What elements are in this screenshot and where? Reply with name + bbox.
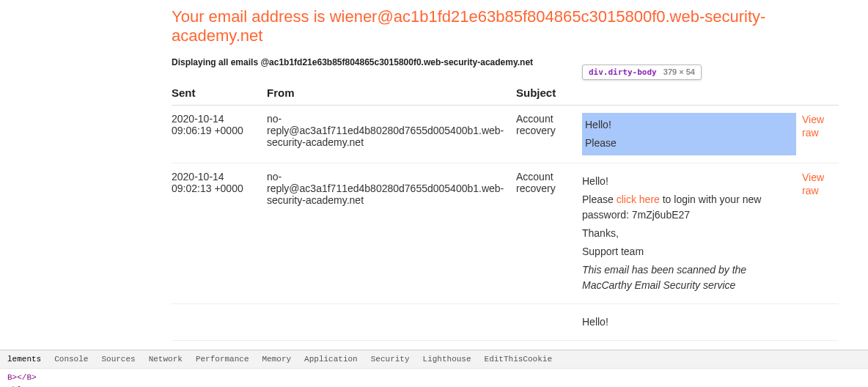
dirty-body: Hello! Please click here to login with y… <box>582 174 796 293</box>
tab-security[interactable]: Security <box>371 355 410 364</box>
cell-body: Hello! <box>582 304 802 341</box>
display-note: Displaying all emails @ac1b1fd21e63b85f8… <box>172 57 839 67</box>
dirty-body: Hello! <box>582 314 796 330</box>
cell-sent: 2020-10-14 09:06:19 +0000 <box>172 106 267 163</box>
col-from-header: From <box>267 81 516 106</box>
cell-body: Hello! Please click here to login with y… <box>582 163 802 304</box>
devtools-panel: lements Console Sources Network Performa… <box>0 350 868 387</box>
cell-sent <box>172 304 267 341</box>
col-body-header: div.dirty-body 379 × 54 <box>582 81 802 106</box>
body-line: Hello! <box>585 117 793 133</box>
body-line: Please click here to login with your new… <box>582 192 796 223</box>
view-raw-link[interactable]: View raw <box>802 113 833 139</box>
table-row: 2020-10-14 09:06:19 +0000 no-reply@ac3a1… <box>172 106 839 163</box>
cell-action <box>802 304 839 341</box>
tab-elements[interactable]: lements <box>7 355 41 364</box>
src-line: B></B> <box>7 372 861 384</box>
devtools-elements-tree[interactable]: B></B> able> <tbody> ▶<tr>…</tr> ▼<tr> <… <box>0 369 868 387</box>
tab-performance[interactable]: Performance <box>196 355 249 364</box>
tab-application[interactable]: Application <box>304 355 358 364</box>
title-prefix: Your email address is <box>172 7 330 26</box>
cell-action: View raw <box>802 106 839 163</box>
src-line: able> <box>7 384 861 388</box>
col-action-header <box>802 81 839 106</box>
devtools-tabs: lements Console Sources Network Performa… <box>0 350 868 369</box>
cell-subject: Account recovery <box>516 106 582 163</box>
col-subject-header: Subject <box>516 81 582 106</box>
scan-notice: This email has been scanned by the MacCa… <box>582 264 746 291</box>
inbox-table: Sent From Subject div.dirty-body 379 × 5… <box>172 81 839 341</box>
col-sent-header: Sent <box>172 81 267 106</box>
tab-console[interactable]: Console <box>54 355 88 364</box>
cell-action: View raw <box>802 163 839 304</box>
body-line: Support team <box>582 244 796 259</box>
cell-from: no-reply@ac3a1f711ed4b80280d7655d005400b… <box>267 163 516 304</box>
cell-subject: Account recovery <box>516 163 582 304</box>
click-here-link[interactable]: click here <box>617 194 660 205</box>
tab-memory[interactable]: Memory <box>262 355 292 364</box>
tab-sources[interactable]: Sources <box>101 355 135 364</box>
email-client-page: Your email address is wiener@ac1b1fd21e6… <box>0 0 868 341</box>
body-line: Hello! <box>582 314 796 330</box>
cell-body: Hello! Please <box>582 106 802 163</box>
element-inspector-tooltip: div.dirty-body 379 × 54 <box>582 64 702 80</box>
cell-subject <box>516 304 582 341</box>
view-raw-link[interactable]: View raw <box>802 171 833 197</box>
tooltip-dimensions: 379 × 54 <box>663 67 695 76</box>
cell-from: no-reply@ac3a1f711ed4b80280d7655d005400b… <box>267 106 516 163</box>
table-header-row: Sent From Subject div.dirty-body 379 × 5… <box>172 81 839 106</box>
cell-from <box>267 304 516 341</box>
dirty-body-highlighted: Hello! Please <box>582 113 796 155</box>
tooltip-selector: div.dirty-body <box>589 67 657 77</box>
table-row: Hello! <box>172 304 839 341</box>
body-text: Please <box>582 194 617 205</box>
tab-editthiscookie[interactable]: EditThisCookie <box>485 355 552 364</box>
body-line: Hello! <box>582 174 796 189</box>
page-title: Your email address is wiener@ac1b1fd21e6… <box>172 7 839 45</box>
body-line: Thanks, <box>582 226 796 241</box>
table-row: 2020-10-14 09:02:13 +0000 no-reply@ac3a1… <box>172 163 839 304</box>
cell-sent: 2020-10-14 09:02:13 +0000 <box>172 163 267 304</box>
tab-network[interactable]: Network <box>149 355 183 364</box>
body-line: Please <box>585 136 793 151</box>
body-line: This email has been scanned by the MacCa… <box>582 262 796 293</box>
tab-lighthouse[interactable]: Lighthouse <box>423 355 471 364</box>
